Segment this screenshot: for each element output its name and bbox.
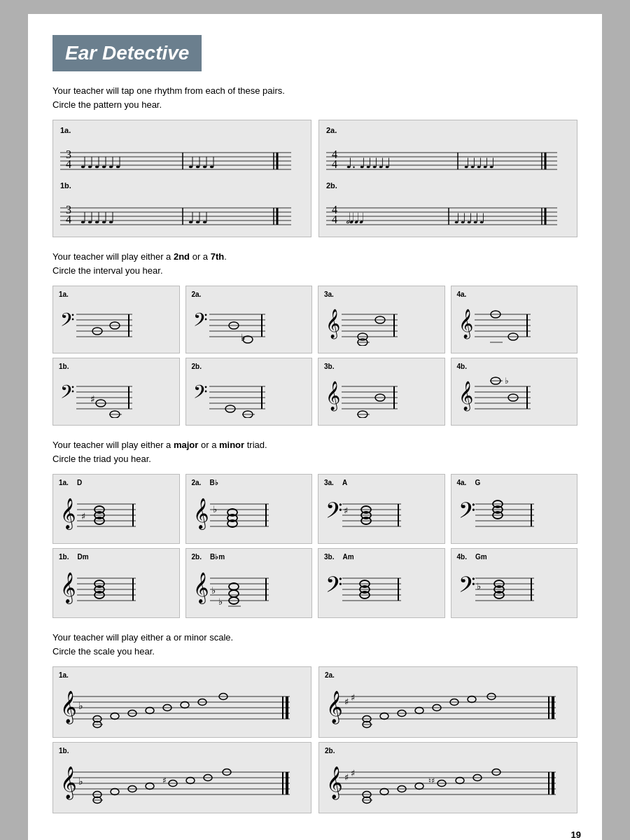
svg-point-172: [229, 590, 239, 597]
interval-box-3a: 3a. 𝄞: [318, 286, 445, 354]
svg-point-287: [380, 789, 388, 795]
interval-staff-2a: 𝄢 ♭: [192, 300, 265, 346]
svg-text:𝅗𝅥 ♩♩♩: 𝅗𝅥 ♩♩♩: [346, 211, 364, 226]
interval-box-4b: 4b. 𝄞 ♭: [451, 358, 578, 426]
triad-box-4a: 4a. G 𝄢: [451, 474, 578, 544]
svg-text:♭: ♭: [211, 585, 216, 596]
svg-text:♯: ♯: [162, 776, 167, 785]
svg-text:𝄢: 𝄢: [193, 309, 208, 335]
rhythm-label-1b: 1b.: [60, 181, 304, 190]
triad-staff-3b: 𝄢: [324, 563, 401, 610]
page-title: Ear Detective: [65, 42, 189, 64]
svg-text:4: 4: [332, 214, 337, 225]
rhythm-box-2: 2a. 4 4 ♩. ♩♩♩♩♩ ♩♩♩♩♩ 2b. 4 4: [318, 120, 578, 237]
interval-staff-1a: 𝄢: [59, 300, 132, 346]
scale-box-2a: 2a. 𝄞 ♯ ♯: [318, 666, 578, 738]
scale-staff-2a: 𝄞 ♯ ♯: [325, 681, 556, 730]
section4-instruction: Your teacher will play either a or minor…: [52, 631, 578, 658]
svg-point-251: [186, 778, 195, 784]
svg-text:𝄢: 𝄢: [193, 382, 208, 407]
svg-text:𝄞: 𝄞: [60, 498, 76, 531]
interval-box-4a: 4a. 𝄞: [451, 286, 578, 354]
triad-pair-2: 2a. B♭ 𝄞 ♭: [186, 474, 313, 618]
rhythm-staff-2a: 4 4 ♩. ♩♩♩♩♩ ♩♩♩♩♩: [326, 137, 557, 176]
svg-text:𝄢: 𝄢: [60, 382, 75, 407]
rhythm-staff-1a: 3 4 ♩♩♩♩♩♩ ♩♩♩♩: [60, 137, 291, 176]
svg-text:♮♯: ♮♯: [428, 776, 435, 785]
interval-box-1b: 1b. 𝄢 ♯: [52, 358, 180, 426]
svg-point-248: [146, 783, 154, 790]
triad-staff-1b: 𝄞: [59, 563, 136, 610]
svg-point-173: [229, 583, 239, 590]
svg-text:♭: ♭: [218, 596, 223, 607]
triad-pair-3: 3a. A 𝄢 ♯: [318, 474, 445, 618]
svg-text:4: 4: [332, 158, 337, 170]
svg-text:𝄢: 𝄢: [458, 498, 475, 528]
svg-text:♩. ♩♩♩♩♩: ♩. ♩♩♩♩♩: [346, 155, 391, 171]
scale-section: 1a. 𝄞 ♭: [52, 666, 578, 813]
scale-staff-2b: 𝄞 ♯ ♯ ♮♯: [325, 757, 556, 806]
rhythm-label-2a: 2a.: [326, 126, 570, 134]
svg-text:♯: ♯: [81, 511, 85, 522]
svg-text:4: 4: [66, 158, 71, 170]
scale-box-1b: 1b. 𝄞 ♭ ♯: [52, 742, 312, 813]
svg-text:♭: ♭: [477, 581, 481, 592]
svg-text:♩♩♩♩♩: ♩♩♩♩♩: [454, 211, 485, 226]
interval-pair-4: 4a. 𝄞 4b. 𝄞: [451, 286, 578, 426]
page: Ear Detective Your teacher will tap one …: [28, 14, 602, 840]
svg-text:𝄞: 𝄞: [458, 381, 473, 412]
svg-point-269: [415, 708, 424, 714]
scale-box-1a: 1a. 𝄞 ♭: [52, 666, 312, 738]
svg-text:♭: ♭: [505, 376, 509, 386]
svg-point-231: [181, 702, 189, 708]
triad-staff-4a: 𝄢: [457, 489, 534, 536]
interval-staff-1b: 𝄢 ♯: [59, 372, 132, 418]
interval-staff-3a: 𝄞: [324, 300, 398, 346]
svg-text:♯: ♯: [344, 505, 348, 516]
svg-text:♯: ♯: [351, 768, 355, 778]
rhythm-label-1a: 1a.: [60, 126, 304, 134]
svg-text:♯: ♯: [344, 772, 349, 783]
rhythm-staff-2b: 4 4 𝅗𝅥 ♩♩♩ ♩♩♩♩♩: [326, 192, 557, 231]
svg-text:𝄢: 𝄢: [326, 498, 342, 528]
page-number: 19: [571, 830, 581, 840]
triad-box-2a: 2a. B♭ 𝄞 ♭: [186, 474, 313, 544]
triad-staff-3a: 𝄢 ♯: [324, 489, 401, 536]
triad-staff-2b: 𝄞 ♭ ♭: [192, 563, 269, 610]
svg-text:4: 4: [66, 214, 71, 225]
svg-text:𝄞: 𝄞: [193, 498, 209, 531]
interval-box-3b: 3b. 𝄞: [318, 358, 445, 426]
triad-staff-2a: 𝄞 ♭: [192, 489, 269, 536]
interval-pair-3: 3a. 𝄞 3b.: [318, 286, 445, 426]
scale-pair-2: 2a. 𝄞 ♯ ♯: [318, 666, 578, 813]
triad-pair-1: 1a. D 𝄞 ♯: [52, 474, 180, 618]
triad-pair-4: 4a. G 𝄢 4b.: [451, 474, 578, 618]
triad-box-4b: 4b. Gm 𝄢 ♭: [451, 548, 578, 618]
section1-instruction: Your teacher will tap one rhythm from ea…: [52, 84, 578, 111]
svg-text:𝄢: 𝄢: [458, 573, 475, 602]
interval-box-2a: 2a. 𝄢 ♭: [186, 286, 313, 354]
interval-pair-2: 2a. 𝄢 ♭ 2b. 𝄢: [186, 286, 313, 426]
scale-box-2b: 2b. 𝄞 ♯ ♯ ♮♯: [318, 742, 578, 813]
section2-instruction: Your teacher will play either a 2nd or a…: [52, 250, 578, 277]
triad-box-3b: 3b. Am 𝄢: [318, 548, 445, 618]
interval-staff-4a: 𝄞: [457, 300, 531, 346]
section3-instruction: Your teacher will play either a major or…: [52, 438, 578, 465]
rhythm-staff-1b: 3 4 ♩♩♩♩♩ ♩♩♩: [60, 192, 291, 231]
interval-staff-2b: 𝄢: [192, 372, 265, 418]
triad-section: 1a. D 𝄞 ♯: [52, 474, 578, 618]
scale-staff-1b: 𝄞 ♭ ♯: [59, 757, 290, 806]
svg-text:𝄞: 𝄞: [60, 572, 76, 605]
svg-point-227: [111, 713, 119, 720]
svg-text:♩♩♩♩♩: ♩♩♩♩♩: [80, 209, 115, 227]
rhythm-section: 1a. 3 4 ♩♩♩♩♩♩ ♩♩♩♩: [52, 120, 578, 237]
svg-text:𝄢: 𝄢: [326, 573, 342, 602]
interval-staff-3b: 𝄞: [324, 372, 398, 418]
interval-staff-4b: 𝄞 ♭: [457, 372, 531, 418]
svg-text:♩♩♩♩♩♩: ♩♩♩♩♩♩: [80, 154, 122, 172]
svg-text:♯: ♯: [344, 696, 349, 707]
scale-staff-1a: 𝄞 ♭: [59, 681, 290, 730]
rhythm-box-1: 1a. 3 4 ♩♩♩♩♩♩ ♩♩♩♩: [52, 120, 312, 237]
svg-text:♯: ♯: [351, 692, 355, 703]
triad-staff-4b: 𝄢 ♭: [457, 563, 534, 610]
